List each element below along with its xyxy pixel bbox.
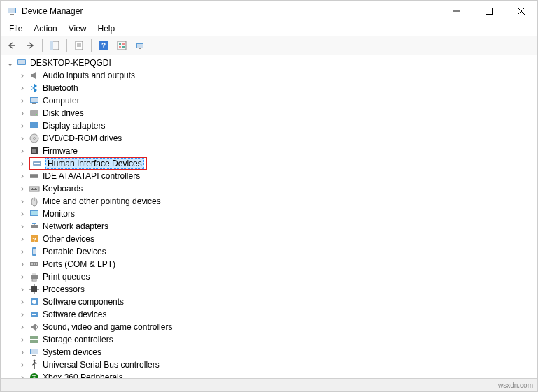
expander-icon[interactable] — [17, 146, 27, 156]
tree-item[interactable]: Display adapters — [17, 119, 537, 132]
expander-icon[interactable] — [17, 360, 27, 370]
expander-icon[interactable] — [17, 347, 27, 357]
menu-action[interactable]: Action — [28, 22, 62, 35]
close-button[interactable] — [505, 1, 537, 22]
processor-icon — [29, 284, 40, 295]
tree-item[interactable]: Xbox 360 Peripherals — [17, 371, 537, 378]
tree-item[interactable]: ?Other devices — [17, 233, 537, 245]
svg-rect-81 — [32, 355, 36, 356]
usb-icon — [29, 359, 40, 370]
expander-icon[interactable] — [17, 108, 27, 118]
expander-icon[interactable] — [17, 71, 27, 80]
expander-icon[interactable] — [17, 222, 27, 231]
tree-item[interactable]: System devices — [17, 346, 537, 358]
tree-item[interactable]: Mice and other pointing devices — [17, 195, 537, 208]
forward-button[interactable] — [22, 38, 38, 53]
expander-icon[interactable] — [17, 247, 27, 256]
menubar: File Action View Help — [1, 22, 537, 36]
svg-rect-39 — [36, 163, 38, 164]
tree-item[interactable]: Ports (COM & LPT) — [17, 258, 537, 270]
expander-icon[interactable] — [17, 121, 27, 131]
tree-item[interactable]: Monitors — [17, 208, 537, 220]
device-tree[interactable]: DESKTOP-KEPQGDI Audio inputs and outputs… — [1, 55, 537, 378]
printer-icon — [29, 271, 40, 282]
expander-icon[interactable] — [17, 310, 27, 319]
svg-rect-67 — [32, 279, 36, 281]
expander-icon[interactable] — [17, 196, 27, 206]
tree-item[interactable]: Computer — [17, 94, 537, 107]
tree-item[interactable]: Storage controllers — [17, 333, 537, 346]
expander-icon[interactable] — [17, 209, 27, 219]
xbox-icon — [29, 372, 40, 378]
help-button[interactable]: ? — [95, 38, 112, 53]
tree-item[interactable]: Sound, video and game controllers — [17, 321, 537, 333]
tree-item[interactable]: Bluetooth — [17, 82, 537, 94]
svg-rect-44 — [31, 188, 31, 189]
tree-item-label: Xbox 360 Peripherals — [43, 372, 123, 378]
titlebar: Device Manager — [1, 1, 537, 22]
tree-item-label: IDE ATA/ATAPI controllers — [43, 171, 140, 181]
menu-file[interactable]: File — [3, 22, 28, 35]
tree-item[interactable]: Audio inputs and outputs — [17, 69, 537, 82]
root-node[interactable]: DESKTOP-KEPQGDI — [3, 57, 537, 69]
expander-icon[interactable] — [17, 171, 27, 181]
svg-rect-55 — [32, 223, 36, 224]
expander-icon[interactable] — [17, 259, 27, 269]
tree-item[interactable]: Network adapters — [17, 220, 537, 233]
system-icon — [29, 347, 40, 358]
tree-item[interactable]: IDE ATA/ATAPI controllers — [17, 170, 537, 182]
tree-item[interactable]: Firmware — [17, 145, 537, 157]
expander-icon[interactable] — [17, 335, 27, 344]
expander-icon[interactable] — [17, 322, 27, 332]
expander-icon[interactable] — [17, 272, 27, 282]
expander-icon[interactable] — [17, 372, 27, 378]
tree-item[interactable]: Universal Serial Bus controllers — [17, 358, 537, 371]
tree-item-label: Display adapters — [43, 121, 105, 131]
svg-point-30 — [36, 114, 37, 115]
svg-text:?: ? — [101, 42, 106, 50]
back-button[interactable] — [3, 38, 20, 53]
expander-icon[interactable] — [17, 83, 27, 93]
maximize-button[interactable] — [473, 1, 505, 22]
svg-rect-16 — [119, 43, 121, 45]
portable-icon — [29, 246, 40, 257]
svg-rect-19 — [122, 46, 125, 48]
expander-icon[interactable] — [17, 234, 27, 244]
expander-icon[interactable] — [17, 297, 27, 307]
svg-rect-1 — [10, 14, 14, 15]
tree-item[interactable]: DVD/CD-ROM drives — [17, 132, 537, 145]
menu-view[interactable]: View — [63, 22, 92, 35]
properties-button[interactable] — [71, 38, 87, 53]
svg-rect-76 — [32, 314, 36, 315]
tree-item[interactable]: Portable Devices — [17, 245, 537, 258]
expander-icon[interactable] — [17, 96, 27, 106]
tree-item[interactable]: Processors — [17, 283, 537, 296]
tree-item[interactable]: Disk drives — [17, 107, 537, 119]
update-driver-button[interactable] — [132, 38, 148, 53]
minimize-button[interactable] — [441, 1, 473, 22]
tree-item-label: Software components — [43, 297, 124, 307]
scan-button[interactable] — [113, 38, 130, 53]
expander-icon[interactable] — [17, 133, 27, 143]
expander-icon[interactable] — [17, 284, 27, 294]
expander-icon[interactable] — [17, 184, 27, 194]
tree-item-label: Firmware — [43, 146, 78, 156]
tree-item[interactable]: Software devices — [17, 308, 537, 321]
tree-item-label: Bluetooth — [43, 83, 78, 93]
menu-help[interactable]: Help — [92, 22, 121, 35]
monitor-icon — [29, 208, 40, 219]
window-title: Device Manager — [22, 6, 441, 16]
svg-point-64 — [36, 263, 37, 265]
expander-icon[interactable] — [5, 58, 15, 68]
disk-icon — [29, 108, 40, 119]
tree-item[interactable]: Keyboards — [17, 182, 537, 195]
expander-icon[interactable] — [17, 159, 27, 168]
svg-rect-36 — [32, 149, 36, 153]
svg-rect-27 — [31, 98, 38, 102]
tree-item[interactable]: Human Interface Devices — [17, 157, 537, 170]
tree-item-label: Software devices — [43, 310, 106, 319]
tree-item[interactable]: Software components — [17, 296, 537, 308]
tree-item[interactable]: Print queues — [17, 270, 537, 283]
show-hide-button[interactable] — [46, 38, 63, 53]
tree-item-label: Computer — [43, 96, 80, 106]
